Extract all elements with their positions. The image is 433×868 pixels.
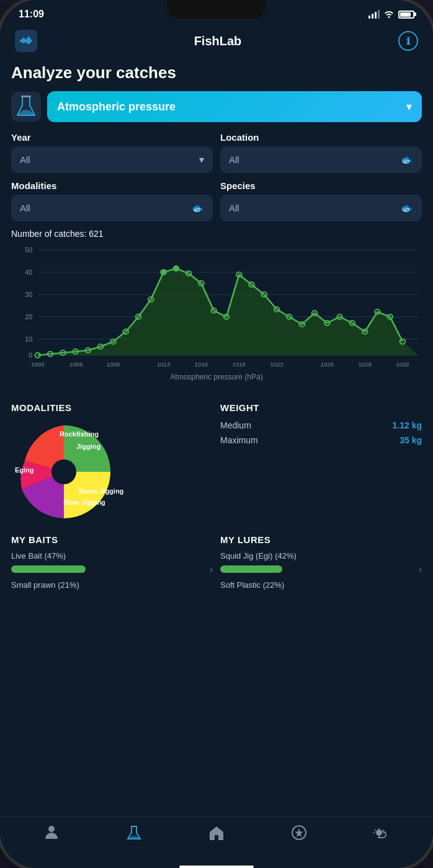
- status-icons: [368, 9, 414, 20]
- lure-arrow-1[interactable]: ›: [419, 564, 422, 574]
- selector-row: Atmospheric pressure ▾: [11, 91, 422, 122]
- maximum-value: 35 kg: [400, 435, 422, 445]
- svg-text:40: 40: [25, 269, 32, 276]
- star-badge-icon: [290, 824, 308, 846]
- location-value: All: [229, 154, 239, 165]
- modalities-section: MODALITIES: [11, 402, 213, 525]
- notch: [167, 0, 266, 19]
- modalities-label: Modalities: [11, 180, 213, 191]
- shore-jigging-label: Shore Jigging: [78, 487, 123, 495]
- jigging-label: Jigging: [76, 443, 100, 450]
- nav-item-weather[interactable]: [373, 824, 390, 846]
- rockfishing-label: Rockfishing: [60, 430, 99, 438]
- nav-title: FishLab: [194, 34, 242, 48]
- year-chevron-icon: ▾: [199, 154, 204, 166]
- lures-section: MY LURES Squid Jig (Egi) (42%) › Soft Pl…: [220, 534, 422, 593]
- nav-item-achievements[interactable]: [290, 824, 308, 846]
- medium-label: Medium: [220, 420, 251, 430]
- bait-item-2-label: Small prawn (21%): [11, 580, 213, 590]
- svg-text:1019: 1019: [233, 361, 246, 368]
- eging-label: Eging: [15, 466, 34, 474]
- info-button[interactable]: ℹ: [398, 31, 418, 51]
- svg-text:1032: 1032: [396, 361, 409, 368]
- bait-arrow-1[interactable]: ›: [210, 564, 213, 574]
- location-fish-icon: 🐟: [401, 154, 413, 166]
- modalities-value: All: [20, 203, 30, 213]
- bait-bar-1: [11, 565, 86, 573]
- atmospheric-pressure-selector[interactable]: Atmospheric pressure ▾: [47, 91, 422, 122]
- bait-item-1-label: Live Bait (47%): [11, 551, 213, 560]
- medium-value: 1.12 kg: [393, 420, 422, 430]
- year-location-row: Year All ▾ Location All 🐟: [11, 132, 422, 173]
- modalities-filter-group: Modalities All 🐟: [11, 180, 213, 221]
- slow-jigging-label: Slow Jigging: [63, 498, 105, 506]
- nav-item-person[interactable]: [43, 824, 60, 846]
- weight-medium-row: Medium 1.12 kg: [220, 420, 422, 430]
- svg-text:1003: 1003: [31, 361, 44, 368]
- species-select[interactable]: All 🐟: [220, 195, 422, 221]
- weight-maximum-row: Maximum 35 kg: [220, 435, 422, 445]
- location-filter-group: Location All 🐟: [220, 132, 422, 173]
- chart-x-axis-label: Atmospheric pressure (hPa): [11, 373, 422, 381]
- phone-frame: 11:09: [0, 0, 433, 868]
- species-label: Species: [220, 180, 422, 191]
- modalities-fish-icon: 🐟: [192, 202, 204, 214]
- svg-text:30: 30: [25, 291, 32, 298]
- svg-point-57: [48, 826, 55, 832]
- svg-point-27: [174, 266, 179, 271]
- year-value: All: [20, 154, 30, 165]
- page-title: Analyze your catches: [11, 63, 422, 82]
- chart-section: Number of catches: 621 50 40 30: [11, 229, 422, 392]
- phone-screen: 11:09: [0, 0, 433, 868]
- battery-icon: [398, 11, 414, 19]
- svg-text:1006: 1006: [69, 361, 83, 368]
- svg-text:50: 50: [25, 247, 32, 254]
- modalities-title: MODALITIES: [11, 402, 213, 413]
- chart-container: 50 40 30 20 10 0: [11, 244, 422, 392]
- svg-point-26: [161, 270, 166, 275]
- svg-text:1013: 1013: [157, 361, 170, 368]
- svg-rect-58: [131, 826, 137, 827]
- status-time: 11:09: [19, 9, 44, 20]
- svg-text:1022: 1022: [270, 361, 283, 368]
- pressure-chart: 50 40 30 20 10 0: [11, 244, 422, 368]
- lure-bar-1: [220, 565, 282, 573]
- year-filter-group: Year All ▾: [11, 132, 213, 173]
- svg-point-60: [376, 830, 382, 836]
- species-value: All: [229, 203, 239, 213]
- top-nav: FishLab ℹ: [0, 25, 433, 57]
- lures-title: MY LURES: [220, 534, 422, 545]
- modalities-species-row: Modalities All 🐟 Species All 🐟: [11, 180, 422, 221]
- weight-title: WEIGHT: [220, 402, 422, 413]
- svg-text:1029: 1029: [358, 361, 371, 368]
- location-select[interactable]: All 🐟: [220, 146, 422, 173]
- maximum-label: Maximum: [220, 435, 258, 445]
- stats-row: MODALITIES: [11, 402, 422, 525]
- flask-icon: [11, 92, 41, 122]
- lab-icon: [125, 824, 143, 846]
- species-fish-icon: 🐟: [401, 202, 413, 214]
- svg-text:20: 20: [25, 314, 32, 321]
- nav-item-home[interactable]: [208, 824, 225, 846]
- svg-text:10: 10: [25, 336, 32, 343]
- nav-item-lab[interactable]: [125, 824, 143, 846]
- year-select[interactable]: All ▾: [11, 146, 213, 173]
- svg-rect-3: [21, 95, 31, 97]
- chevron-down-icon: ▾: [406, 100, 412, 113]
- lure-item-2-label: Soft Plastic (22%): [220, 580, 422, 590]
- selector-label: Atmospheric pressure: [57, 100, 176, 113]
- svg-point-1: [20, 40, 22, 42]
- pie-chart: Rockfishing Jigging Shore Jigging Slow J…: [11, 419, 117, 525]
- svg-point-56: [51, 459, 76, 484]
- svg-text:1009: 1009: [107, 361, 120, 368]
- lure-bar-1-row: ›: [220, 564, 422, 574]
- modalities-select[interactable]: All 🐟: [11, 195, 213, 221]
- svg-text:1016: 1016: [195, 361, 208, 368]
- weather-icon: [373, 824, 390, 846]
- main-content: Analyze your catches Atmospheric pressur…: [0, 57, 433, 816]
- lure-item-1-label: Squid Jig (Egi) (42%): [220, 551, 422, 560]
- home-indicator: [179, 866, 254, 868]
- baits-title: MY BAITS: [11, 534, 213, 545]
- person-icon: [43, 824, 60, 846]
- app-logo-icon: [15, 30, 37, 52]
